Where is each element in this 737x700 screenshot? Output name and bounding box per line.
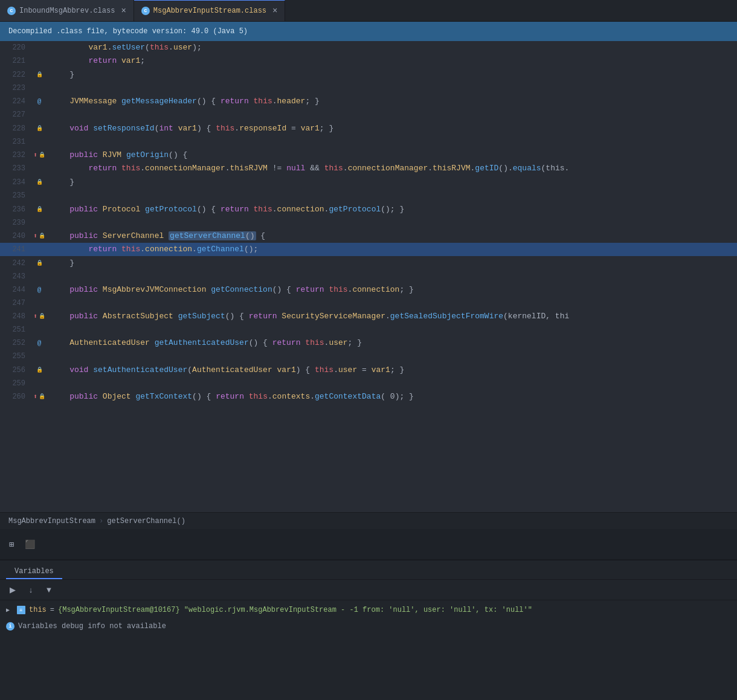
tab-close-2[interactable]: ×	[272, 6, 277, 16]
code-cell: void setAuthenticatedUser(AuthenticatedU…	[48, 363, 737, 377]
table-row: 240 ⬆ 🔒 public ServerChannel getServerCh…	[0, 230, 737, 243]
gutter: 🔒	[30, 68, 48, 82]
table-row: 243	[0, 270, 737, 283]
table-row: 222 🔒 }	[0, 68, 737, 82]
line-num: 255	[0, 350, 30, 363]
gutter	[30, 377, 48, 390]
line-num: 251	[0, 323, 30, 336]
var-type-icon: ≡	[17, 606, 25, 614]
gutter	[30, 135, 48, 149]
line-num: 259	[0, 377, 30, 390]
gutter: 🔒	[30, 175, 48, 189]
line-num: 221	[0, 54, 30, 68]
table-row: 242 🔒 }	[0, 256, 737, 270]
debug-tabs: Variables	[0, 560, 737, 580]
breadcrumb-sep: ›	[99, 517, 103, 525]
gutter	[30, 162, 48, 175]
gutter	[30, 82, 48, 95]
table-row: 247	[0, 297, 737, 310]
gutter	[30, 243, 48, 256]
line-num: 220	[0, 41, 30, 54]
layout-icon[interactable]: ⊞	[6, 539, 17, 550]
code-cell: public AbstractSubject getSubject() { re…	[48, 310, 737, 323]
tab-icon-2: c	[141, 7, 150, 15]
table-row: 255	[0, 350, 737, 363]
code-cell: var1.setUser(this.user);	[48, 41, 737, 54]
lock-icon: 🔒	[36, 176, 43, 189]
editor-area: 220 var1.setUser(this.user); 221 return …	[0, 41, 737, 512]
line-num: 248	[0, 310, 30, 323]
tab-label-1: InboundMsgAbbrev.class	[19, 7, 115, 15]
code-cell: AuthenticatedUser getAuthenticatedUser()…	[48, 336, 737, 350]
tab-inboundmsgabbrev[interactable]: c InboundMsgAbbrev.class ×	[0, 0, 134, 21]
code-cell	[48, 297, 737, 310]
lock-icon: 🔒	[36, 122, 43, 135]
table-row: 224 @ JVMMessage getMessageHeader() { re…	[0, 95, 737, 108]
debug-filter-btn[interactable]: ▼	[42, 583, 56, 597]
line-num: 228	[0, 121, 30, 135]
table-row: 232 ⬆ 🔒 public RJVM getOrigin() {	[0, 149, 737, 162]
code-cell	[48, 350, 737, 363]
at-icon-3: @	[37, 339, 42, 347]
debug-step-over-btn[interactable]: ↓	[24, 583, 37, 597]
gutter: @	[30, 336, 48, 350]
info-bar: Decompiled .class file, bytecode version…	[0, 22, 737, 41]
code-cell	[48, 323, 737, 336]
code-cell: return var1;	[48, 54, 737, 68]
line-num: 239	[0, 216, 30, 230]
lock-icon: 🔒	[36, 257, 43, 270]
tab-msgabbrevstream[interactable]: c MsgAbbrevInputStream.class ×	[134, 0, 286, 21]
table-row: 221 return var1;	[0, 54, 737, 68]
code-cell	[48, 377, 737, 390]
debug-panel: Variables ▶ ↓ ▼ ▶ ≡ this = {MsgAbbrevInp…	[0, 559, 737, 700]
tab-bar: c InboundMsgAbbrev.class × c MsgAbbrevIn…	[0, 0, 737, 22]
gutter: ⬆ 🔒	[30, 149, 48, 162]
arrow-up-icon-3: ⬆ 🔒	[33, 310, 45, 323]
gutter	[30, 270, 48, 283]
line-num: 236	[0, 202, 30, 216]
code-cell: public Object getTxContext() { return th…	[48, 390, 737, 403]
debug-info-text: Variables debug info not available	[18, 622, 166, 631]
var-eq: =	[50, 606, 54, 614]
table-row: 228 🔒 void setResponseId(int var1) { thi…	[0, 121, 737, 135]
info-icon: i	[6, 622, 14, 631]
tab-variables[interactable]: Variables	[6, 565, 62, 579]
at-icon: @	[37, 98, 42, 105]
gutter	[30, 350, 48, 363]
gutter	[30, 41, 48, 54]
table-row: 233 return this.connectionManager.thisRJ…	[0, 162, 737, 175]
mid-spacer: ⊞ ⬛	[0, 529, 737, 559]
expand-arrow: ▶	[6, 606, 13, 614]
code-cell	[48, 189, 737, 202]
arrow-up-icon: ⬆ 🔒	[33, 149, 45, 162]
gutter	[30, 54, 48, 68]
line-num: 244	[0, 283, 30, 297]
tab-icon-1: c	[7, 7, 16, 15]
gutter: @	[30, 95, 48, 108]
code-cell	[48, 270, 737, 283]
gutter: 🔒	[30, 202, 48, 216]
gutter	[30, 216, 48, 230]
split-icon[interactable]: ⬛	[24, 539, 35, 550]
gutter	[30, 108, 48, 121]
gutter: 🔒	[30, 256, 48, 270]
code-cell: public ServerChannel getServerChannel() …	[48, 230, 737, 243]
code-cell	[48, 82, 737, 95]
debug-info-row: i Variables debug info not available	[0, 620, 737, 633]
table-row: 252 @ AuthenticatedUser getAuthenticated…	[0, 336, 737, 350]
arrow-up-icon-2: ⬆ 🔒	[33, 230, 45, 243]
line-num: 224	[0, 95, 30, 108]
line-num: 231	[0, 135, 30, 149]
breadcrumb-class: MsgAbbrevInputStream	[8, 517, 95, 525]
table-row: 241 return this.connection.getChannel();	[0, 243, 737, 256]
line-num: 243	[0, 270, 30, 283]
code-cell: public RJVM getOrigin() {	[48, 149, 737, 162]
debug-run-btn[interactable]: ▶	[6, 583, 19, 597]
tab-close-1[interactable]: ×	[121, 6, 126, 16]
line-num: 234	[0, 175, 30, 189]
line-num: 233	[0, 162, 30, 175]
breadcrumb-bar: MsgAbbrevInputStream › getServerChannel(…	[0, 512, 737, 529]
table-row: 248 ⬆ 🔒 public AbstractSubject getSubjec…	[0, 310, 737, 323]
variable-row-this[interactable]: ▶ ≡ this = {MsgAbbrevInputStream@10167} …	[6, 604, 731, 616]
var-name: this	[29, 606, 47, 614]
